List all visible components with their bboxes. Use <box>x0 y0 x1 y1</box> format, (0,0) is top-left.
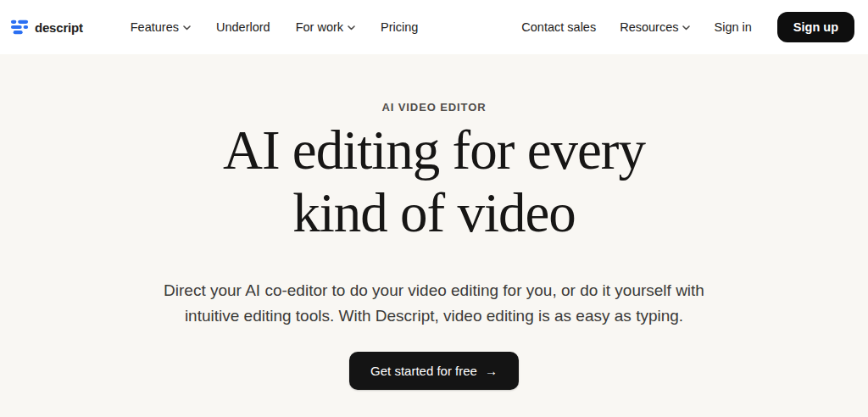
get-started-label: Get started for free <box>370 364 477 378</box>
nav-item-sign-in[interactable]: Sign in <box>704 14 761 41</box>
hero-subtext: Direct your AI co-editor to do your vide… <box>137 278 731 329</box>
nav-item-label: Pricing <box>381 20 418 34</box>
nav-item-resources[interactable]: Resources <box>609 14 700 41</box>
arrow-right-icon: → <box>485 364 498 377</box>
nav-item-features[interactable]: Features <box>120 14 201 41</box>
get-started-button[interactable]: Get started for free → <box>349 352 519 390</box>
hero-eyebrow: AI VIDEO EDITOR <box>381 101 486 114</box>
nav-item-label: Contact sales <box>521 20 596 34</box>
nav-left-group: Features Underlord For work Pricing <box>120 14 429 41</box>
chevron-down-icon <box>682 25 690 31</box>
hero-heading: AI editing for every kind of video <box>223 119 645 244</box>
top-navigation: descript Features Underlord For work Pri… <box>0 0 868 54</box>
hero-section: AI VIDEO EDITOR AI editing for every kin… <box>0 54 868 417</box>
nav-right-group: Contact sales Resources Sign in Sign up <box>511 12 854 42</box>
nav-item-label: Sign in <box>714 20 751 34</box>
nav-item-label: Features <box>131 20 179 34</box>
sign-up-button[interactable]: Sign up <box>777 12 854 42</box>
nav-item-for-work[interactable]: For work <box>286 14 365 41</box>
chevron-down-icon <box>183 25 191 31</box>
brand-wordmark: descript <box>35 20 83 35</box>
nav-item-contact-sales[interactable]: Contact sales <box>511 14 606 41</box>
descript-logo-icon <box>10 18 29 36</box>
nav-item-pricing[interactable]: Pricing <box>370 14 428 41</box>
hero-heading-line1: AI editing for every <box>223 120 645 181</box>
nav-item-label: Resources <box>620 20 678 34</box>
descript-logo[interactable]: descript <box>10 18 83 36</box>
nav-item-label: Underlord <box>216 20 270 34</box>
nav-item-underlord[interactable]: Underlord <box>206 14 281 41</box>
hero-heading-line2: kind of video <box>292 182 576 243</box>
nav-item-label: For work <box>296 20 343 34</box>
chevron-down-icon <box>348 25 355 31</box>
